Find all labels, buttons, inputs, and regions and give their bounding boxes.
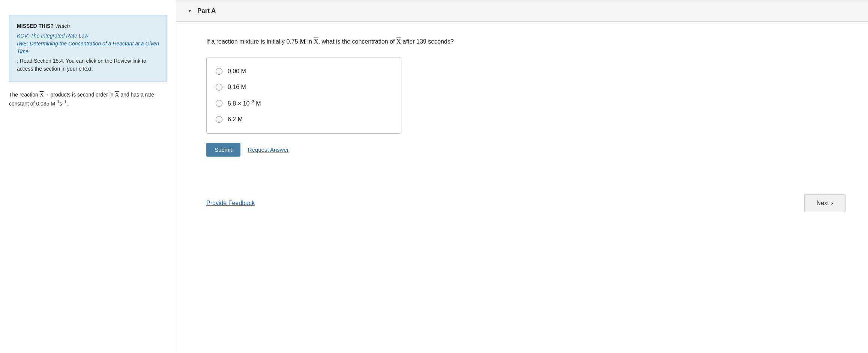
next-label: Next <box>817 200 829 207</box>
main-content: ▼ Part A If a reaction mixture is initia… <box>176 0 868 353</box>
provide-feedback-button[interactable]: Provide Feedback <box>206 200 255 207</box>
kcv-link[interactable]: KCV: The Integrated Rate Law <box>17 32 159 40</box>
question-text: If a reaction mixture is initially 0.75 … <box>206 37 845 47</box>
submit-button[interactable]: Submit <box>206 143 240 157</box>
next-chevron-icon: › <box>831 200 833 207</box>
question-area: If a reaction mixture is initially 0.75 … <box>176 22 868 168</box>
missed-watch: Watch <box>55 23 70 29</box>
footer-row: Provide Feedback Next › <box>176 183 868 220</box>
option-row-1[interactable]: 0.00 M <box>216 63 392 79</box>
part-title: Part A <box>197 7 216 15</box>
radio-opt4[interactable] <box>216 116 222 123</box>
missed-box: MISSED THIS? Watch KCV: The Integrated R… <box>9 15 167 82</box>
request-answer-button[interactable]: Request Answer <box>248 146 289 153</box>
iwe-link[interactable]: IWE: Determining the Concentration of a … <box>17 40 159 56</box>
option-label-2: 0.16 M <box>228 84 246 91</box>
option-row-2[interactable]: 0.16 M <box>216 79 392 95</box>
option-row-3[interactable]: 5.8 × 10−3 M <box>216 95 392 112</box>
next-button[interactable]: Next › <box>804 194 845 212</box>
option-label-1: 0.00 M <box>228 68 246 75</box>
options-box: 0.00 M 0.16 M 5.8 × 10−3 M 6.2 M <box>206 57 401 134</box>
instruction-text: ; Read Section 15.4. You can click on th… <box>17 57 159 73</box>
reaction-description: The reaction X→ products is second order… <box>9 90 167 108</box>
action-row: Submit Request Answer <box>206 143 845 157</box>
option-label-4: 6.2 M <box>228 116 243 123</box>
sidebar: MISSED THIS? Watch KCV: The Integrated R… <box>0 0 176 353</box>
option-label-3: 5.8 × 10−3 M <box>228 100 261 107</box>
option-row-4[interactable]: 6.2 M <box>216 112 392 127</box>
chevron-down-icon: ▼ <box>188 8 192 14</box>
radio-opt2[interactable] <box>216 84 222 91</box>
radio-opt1[interactable] <box>216 68 222 75</box>
radio-opt3[interactable] <box>216 100 222 107</box>
missed-title: MISSED THIS? <box>17 23 54 29</box>
part-header: ▼ Part A <box>176 0 868 22</box>
